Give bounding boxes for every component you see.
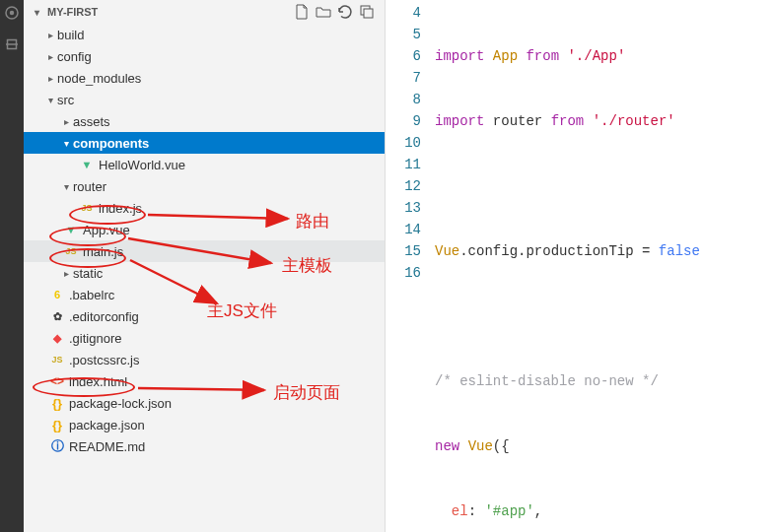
file-index-js[interactable]: JSindex.js [24, 197, 385, 219]
folder-assets[interactable]: ▸assets [24, 110, 385, 132]
file-label: HelloWorld.vue [99, 158, 185, 172]
file-label: index.js [99, 201, 142, 216]
activity-bar [0, 0, 24, 532]
file-gitignore[interactable]: ◆.gitignore [24, 327, 385, 349]
file-label: .postcssrc.js [69, 353, 140, 367]
folder-src[interactable]: ▾src [24, 89, 385, 110]
debug-icon[interactable] [3, 35, 21, 53]
folder-label: build [57, 28, 84, 42]
file-babelrc[interactable]: 6.babelrc [24, 284, 385, 305]
js-icon: JS [49, 352, 65, 367]
line-no: 14 [386, 219, 421, 240]
file-label: App.vue [83, 223, 130, 237]
chevron-down-icon: ▾ [61, 181, 71, 192]
file-label: index.html [69, 374, 127, 389]
line-no: 5 [386, 24, 421, 45]
new-file-icon[interactable] [294, 4, 310, 20]
git-icon: ◆ [49, 330, 65, 346]
line-no: 6 [386, 45, 421, 67]
file-label: .gitignore [69, 331, 121, 346]
file-label: package.json [69, 418, 145, 432]
line-numbers: 4 5 6 7 8 9 10 11 12 13 14 15 16 [386, 2, 435, 532]
file-main-js[interactable]: JSmain.js [24, 240, 385, 262]
line-no: 12 [386, 175, 421, 197]
new-folder-icon[interactable] [316, 4, 331, 20]
chevron-right-icon: ▸ [45, 51, 55, 62]
line-no: 8 [386, 89, 421, 110]
folder-label: static [73, 266, 103, 281]
folder-build[interactable]: ▸build [24, 24, 385, 45]
line-no: 11 [386, 154, 421, 175]
line-no: 16 [386, 262, 421, 284]
file-package-lock[interactable]: {}package-lock.json [24, 392, 385, 414]
file-label: .editorconfig [69, 309, 139, 324]
project-name: MY-FIRST [47, 6, 290, 18]
file-label: README.md [69, 439, 145, 454]
file-editorconfig[interactable]: ✿.editorconfig [24, 305, 385, 327]
folder-config[interactable]: ▸config [24, 45, 385, 67]
gear-icon: ✿ [49, 308, 65, 324]
chevron-down-icon: ▾ [32, 7, 41, 18]
line-no: 13 [386, 197, 421, 219]
babel-icon: 6 [49, 287, 65, 302]
folder-components[interactable]: ▾components [24, 132, 385, 154]
html-icon: <> [49, 373, 65, 389]
file-postcssrc[interactable]: JS.postcssrc.js [24, 349, 385, 370]
json-icon: {} [49, 395, 65, 411]
collapse-all-icon[interactable] [359, 4, 375, 20]
line-no: 9 [386, 110, 421, 132]
line-no: 7 [386, 67, 421, 89]
folder-label: components [73, 136, 149, 151]
folder-label: config [57, 49, 92, 64]
file-label: .babelrc [69, 288, 114, 302]
project-header[interactable]: ▾ MY-FIRST [24, 0, 385, 24]
chevron-right-icon: ▸ [45, 30, 55, 40]
file-explorer: ▾ MY-FIRST ▸build ▸config ▸node_modules … [24, 0, 386, 532]
file-helloworld-vue[interactable]: ▼HelloWorld.vue [24, 154, 385, 175]
js-icon: JS [79, 200, 95, 216]
folder-static[interactable]: ▸static [24, 262, 385, 284]
svg-rect-5 [364, 9, 373, 18]
info-icon: ⓘ [49, 438, 65, 454]
folder-label: src [57, 93, 74, 107]
folder-label: assets [73, 114, 110, 129]
line-no: 15 [386, 240, 421, 262]
chevron-right-icon: ▸ [45, 73, 55, 84]
file-index-html[interactable]: <>index.html [24, 370, 385, 392]
json-icon: {} [49, 417, 65, 432]
vue-icon: ▼ [63, 222, 79, 237]
file-app-vue[interactable]: ▼App.vue [24, 219, 385, 240]
folder-router[interactable]: ▾router [24, 175, 385, 197]
chevron-right-icon: ▸ [61, 116, 71, 127]
chevron-right-icon: ▸ [61, 268, 71, 279]
folder-label: node_modules [57, 71, 141, 86]
js-icon: JS [63, 243, 79, 259]
code-content: import App from './App' import router fr… [435, 2, 700, 532]
chevron-down-icon: ▾ [61, 138, 71, 149]
vue-icon: ▼ [79, 157, 95, 172]
refresh-icon[interactable] [337, 4, 353, 20]
folder-label: router [73, 179, 106, 194]
line-no: 10 [386, 132, 421, 154]
svg-point-1 [10, 11, 15, 16]
file-package[interactable]: {}package.json [24, 414, 385, 435]
folder-node-modules[interactable]: ▸node_modules [24, 67, 385, 89]
file-readme[interactable]: ⓘREADME.md [24, 435, 385, 457]
file-label: main.js [83, 244, 123, 259]
code-editor[interactable]: 4 5 6 7 8 9 10 11 12 13 14 15 16 import … [386, 0, 774, 532]
file-label: package-lock.json [69, 396, 172, 411]
line-no: 4 [386, 2, 421, 24]
explorer-icon[interactable] [3, 4, 21, 22]
chevron-down-icon: ▾ [45, 95, 55, 105]
explorer-actions [294, 4, 377, 20]
file-tree: ▸build ▸config ▸node_modules ▾src ▸asset… [24, 24, 385, 457]
